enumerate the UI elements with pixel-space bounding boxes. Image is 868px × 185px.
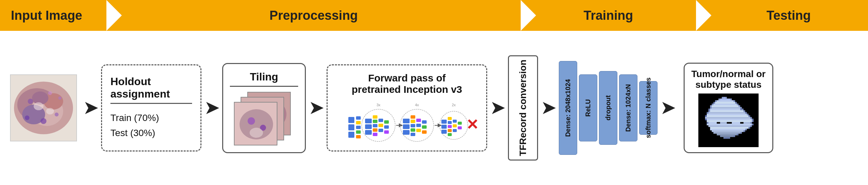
svg-rect-44 (384, 125, 389, 129)
dense-layer-5: softmax: N classes (639, 81, 657, 135)
svg-rect-140 (752, 124, 753, 125)
svg-rect-92 (725, 99, 730, 100)
svg-rect-36 (373, 120, 377, 123)
svg-point-14 (46, 108, 54, 115)
svg-rect-93 (730, 99, 732, 100)
svg-rect-137 (744, 122, 750, 124)
svg-rect-154 (734, 135, 735, 137)
svg-rect-103 (710, 105, 712, 107)
svg-rect-113 (710, 110, 744, 112)
svg-rect-41 (378, 124, 383, 127)
banner-preprocessing-label: Preprocessing (269, 8, 358, 23)
banner-training-label: Training (584, 8, 633, 23)
top-banner: Input Image Preprocessing Training Testi… (0, 0, 868, 31)
holdout-box: Holdout assignment Train (70%) Test (30%… (101, 64, 202, 152)
svg-rect-115 (707, 112, 708, 114)
banner-testing: Testing (696, 0, 868, 31)
dense-layer-3: dropout (599, 71, 617, 145)
svg-rect-131 (708, 122, 717, 124)
svg-rect-90 (718, 99, 720, 100)
input-image-section (7, 74, 80, 141)
svg-rect-62 (422, 130, 427, 134)
dense-layers: Dense: 2048x1024 ReLU dropout Dense: 102… (559, 61, 657, 155)
svg-rect-52 (410, 115, 415, 118)
svg-rect-155 (723, 137, 730, 139)
svg-rect-117 (745, 112, 747, 114)
output-title: Tumor/normal or subtype status (691, 69, 766, 90)
svg-rect-104 (712, 105, 739, 107)
banner-input: Input Image (0, 0, 106, 31)
banner-testing-label: Testing (767, 8, 811, 23)
arrow-1: ➤ (84, 98, 98, 117)
banner-input-label: Input Image (11, 8, 82, 23)
svg-rect-125 (705, 118, 707, 120)
svg-rect-35 (373, 115, 377, 118)
svg-rect-28 (348, 117, 354, 123)
svg-rect-50 (403, 124, 410, 129)
svg-rect-71 (448, 125, 452, 128)
svg-rect-153 (720, 135, 734, 137)
svg-rect-66 (441, 120, 447, 124)
svg-rect-142 (750, 125, 752, 127)
svg-rect-58 (416, 124, 421, 127)
dense-label-4: Dense: 1024xN (624, 84, 632, 132)
svg-rect-108 (740, 107, 742, 109)
dense-label-2: ReLU (584, 99, 592, 116)
forward-title: Forward pass of pretrained Inception v3 (352, 72, 462, 95)
svg-rect-143 (710, 127, 748, 129)
svg-rect-149 (713, 132, 740, 134)
svg-rect-82 (356, 121, 361, 124)
svg-rect-110 (710, 109, 740, 110)
dense-label-1: Dense: 2048x1024 (564, 79, 572, 137)
svg-rect-89 (725, 97, 727, 99)
svg-rect-111 (740, 109, 744, 110)
banner-training: Training (521, 0, 696, 31)
svg-rect-127 (752, 118, 753, 120)
svg-rect-85 (356, 135, 361, 138)
svg-rect-59 (416, 129, 421, 132)
svg-text:2x: 2x (452, 103, 456, 107)
svg-rect-95 (717, 100, 734, 102)
svg-rect-148 (744, 130, 745, 132)
svg-rect-70 (448, 121, 452, 124)
inception-diagram: 3x (347, 100, 467, 144)
svg-rect-107 (712, 107, 740, 109)
svg-rect-88 (723, 97, 725, 99)
svg-point-9 (40, 118, 46, 124)
svg-point-12 (48, 91, 52, 95)
tfrecord-box: TFRecord conversion (508, 55, 538, 161)
svg-rect-139 (707, 124, 752, 125)
tiling-title: Tiling (230, 71, 298, 87)
svg-rect-101 (713, 104, 737, 105)
svg-rect-121 (707, 115, 748, 117)
holdout-trains: Train (70%) Test (30%) (111, 111, 159, 141)
arrow-3: ➤ (309, 98, 323, 117)
svg-rect-72 (448, 129, 452, 132)
svg-text:3x: 3x (376, 103, 380, 107)
svg-rect-77 (458, 122, 462, 125)
svg-point-25 (248, 117, 255, 125)
svg-rect-84 (356, 130, 361, 134)
banner-preprocessing: Preprocessing (106, 0, 521, 31)
forward-box: Forward pass of pretrained Inception v3 (327, 64, 487, 152)
svg-rect-73 (448, 133, 452, 136)
svg-rect-32 (365, 118, 372, 123)
svg-rect-43 (384, 120, 389, 124)
svg-rect-40 (378, 118, 383, 122)
svg-rect-37 (373, 124, 377, 127)
svg-rect-150 (740, 132, 742, 134)
svg-rect-100 (712, 104, 713, 105)
svg-rect-122 (748, 115, 750, 117)
svg-rect-74 (453, 120, 457, 123)
svg-rect-141 (708, 125, 750, 127)
tiling-box: Tiling (222, 63, 306, 153)
main-content: ➤ Holdout assignment Train (70%) Test (3… (0, 31, 868, 185)
svg-rect-78 (458, 126, 462, 129)
arrow-6: ➤ (661, 98, 675, 117)
svg-rect-138 (750, 122, 752, 124)
svg-rect-60 (422, 120, 427, 124)
svg-rect-147 (712, 130, 744, 132)
svg-rect-144 (748, 127, 750, 129)
svg-rect-112 (708, 110, 710, 112)
svg-rect-146 (745, 129, 747, 130)
